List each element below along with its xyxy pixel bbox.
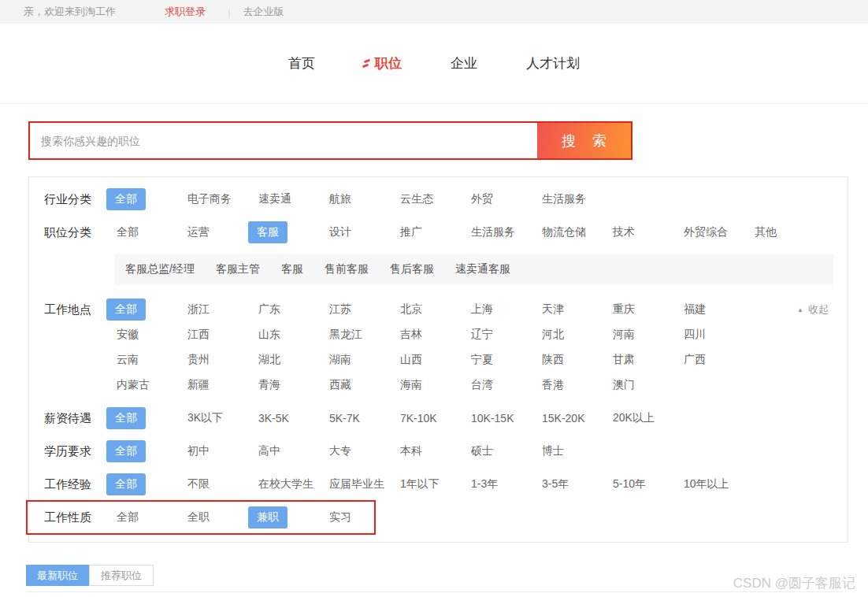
filter-option[interactable]: 宁夏 — [461, 353, 493, 367]
filter-subcategory-option[interactable]: 客服主管 — [216, 262, 260, 276]
filter-option-cell: 全职 — [177, 505, 248, 530]
filter-option[interactable]: 吉林 — [390, 328, 422, 342]
filter-option-selected[interactable]: 全部 — [106, 473, 146, 495]
filter-option[interactable]: 浙江 — [177, 302, 210, 317]
enterprise-link[interactable]: 去企业版 — [243, 5, 284, 19]
filter-option[interactable]: 3K-5K — [248, 412, 289, 425]
nav-item-home[interactable]: 首页 — [288, 54, 315, 72]
filter-option[interactable]: 外贸综合 — [673, 225, 728, 239]
filter-option[interactable]: 江苏 — [319, 302, 351, 317]
filter-option[interactable]: 外贸 — [461, 192, 493, 206]
filter-option[interactable]: 实习 — [319, 510, 351, 525]
filter-option[interactable]: 设计 — [319, 225, 351, 239]
filter-option[interactable]: 河南 — [603, 328, 635, 342]
filter-option[interactable]: 江西 — [177, 328, 210, 342]
filter-option[interactable]: 全部 — [106, 225, 139, 239]
filter-option[interactable]: 大专 — [319, 444, 351, 458]
filter-option[interactable]: 1年以下 — [390, 477, 440, 491]
filter-option[interactable]: 推广 — [390, 225, 422, 239]
filter-option[interactable]: 西藏 — [319, 378, 351, 392]
filter-option[interactable]: 电子商务 — [177, 192, 232, 206]
filter-option[interactable]: 全部 — [106, 510, 139, 525]
filter-option[interactable]: 5K-7K — [319, 412, 360, 425]
filter-option[interactable]: 初中 — [177, 444, 210, 458]
search-button[interactable]: 搜 索 — [537, 123, 631, 158]
filter-option[interactable]: 生活服务 — [532, 192, 586, 206]
filter-option[interactable]: 7K-10K — [390, 412, 437, 425]
tab-recommended-jobs[interactable]: 推荐职位 — [89, 565, 154, 586]
filter-option[interactable]: 博士 — [532, 444, 564, 458]
nav-item-jobs[interactable]: 职位 — [364, 54, 402, 72]
filter-option[interactable]: 应届毕业生 — [319, 477, 384, 491]
filter-option[interactable]: 在校大学生 — [248, 477, 313, 491]
filter-option[interactable]: 重庆 — [603, 302, 635, 317]
filter-option[interactable]: 其他 — [744, 225, 777, 239]
filter-option[interactable]: 黑龙江 — [319, 328, 362, 342]
filter-option[interactable]: 北京 — [390, 302, 422, 317]
filter-option[interactable]: 湖南 — [319, 353, 351, 367]
filter-subcategory-option[interactable]: 售前客服 — [325, 262, 369, 276]
filter-option[interactable]: 河北 — [532, 328, 564, 342]
filter-option[interactable]: 本科 — [390, 444, 422, 458]
filter-option[interactable]: 云生态 — [390, 192, 433, 206]
filter-option[interactable]: 贵州 — [177, 353, 210, 367]
filter-subcategory-option[interactable]: 速卖通客服 — [455, 262, 510, 276]
filter-option[interactable]: 5-10年 — [603, 477, 646, 491]
filter-option[interactable]: 海南 — [390, 378, 422, 392]
tab-latest-jobs[interactable]: 最新职位 — [26, 565, 89, 586]
filter-subcategory-option[interactable]: 售后客服 — [390, 262, 434, 276]
filter-option-selected[interactable]: 全部 — [106, 407, 146, 429]
filter-option[interactable]: 速卖通 — [248, 192, 291, 206]
login-link[interactable]: 求职登录 — [165, 5, 206, 19]
filter-option-selected[interactable]: 兼职 — [248, 506, 287, 528]
filter-option[interactable]: 天津 — [532, 302, 564, 317]
filter-option[interactable]: 山西 — [390, 353, 422, 367]
filter-option[interactable]: 湖北 — [248, 353, 280, 367]
filter-option[interactable]: 甘肃 — [603, 353, 635, 367]
filter-option[interactable]: 香港 — [532, 378, 564, 392]
filter-option[interactable]: 云南 — [106, 353, 139, 367]
nav-item-talent-plan[interactable]: 人才计划 — [526, 54, 580, 72]
filter-option[interactable]: 运营 — [177, 225, 210, 239]
filter-option[interactable]: 15K-20K — [532, 412, 584, 425]
filter-option[interactable]: 台湾 — [461, 378, 493, 392]
filter-option[interactable]: 广西 — [673, 353, 706, 367]
filter-option[interactable]: 技术 — [603, 225, 635, 239]
filter-subcategory-option[interactable]: 客服总监/经理 — [125, 262, 195, 276]
collapse-control[interactable]: ▲收起 — [797, 297, 829, 322]
filter-option[interactable]: 福建 — [673, 302, 706, 317]
nav-item-companies[interactable]: 企业 — [451, 54, 477, 72]
filter-option[interactable]: 四川 — [673, 328, 706, 342]
filter-option-selected[interactable]: 全部 — [106, 188, 146, 210]
filter-options: 全部不限在校大学生应届毕业生1年以下1-3年3-5年5-10年10年以上 — [106, 472, 848, 497]
filter-option[interactable]: 1-3年 — [461, 477, 498, 491]
filter-option-cell: 云生态 — [390, 187, 461, 212]
filter-option[interactable]: 10年以上 — [673, 477, 729, 491]
filter-option[interactable]: 陕西 — [532, 353, 564, 367]
filter-option[interactable]: 安徽 — [106, 328, 139, 342]
filter-option[interactable]: 物流仓储 — [532, 225, 586, 239]
filter-option[interactable]: 全职 — [177, 510, 210, 525]
filter-option[interactable]: 硕士 — [461, 444, 493, 458]
filter-option[interactable]: 广东 — [248, 302, 280, 317]
filter-option[interactable]: 澳门 — [603, 378, 635, 392]
filter-option-selected[interactable]: 全部 — [106, 298, 146, 321]
filter-option-selected[interactable]: 全部 — [106, 440, 146, 462]
filter-option[interactable]: 山东 — [248, 328, 280, 342]
filter-option[interactable]: 高中 — [248, 444, 280, 458]
filter-option[interactable]: 航旅 — [319, 192, 351, 206]
filter-subcategory-option[interactable]: 客服 — [281, 262, 303, 276]
filter-option[interactable]: 新疆 — [177, 378, 210, 392]
filter-option-selected[interactable]: 客服 — [248, 221, 287, 243]
filter-option[interactable]: 10K-15K — [461, 412, 514, 425]
search-input[interactable] — [30, 123, 537, 158]
filter-option[interactable]: 青海 — [248, 378, 280, 392]
filter-option[interactable]: 生活服务 — [461, 225, 515, 239]
filter-option[interactable]: 辽宁 — [461, 328, 493, 342]
filter-option[interactable]: 3K以下 — [177, 411, 223, 425]
filter-option[interactable]: 内蒙古 — [106, 378, 150, 392]
filter-option[interactable]: 不限 — [177, 477, 210, 491]
filter-option[interactable]: 上海 — [461, 302, 493, 317]
filter-option[interactable]: 20K以上 — [603, 411, 655, 425]
filter-option[interactable]: 3-5年 — [532, 477, 569, 491]
